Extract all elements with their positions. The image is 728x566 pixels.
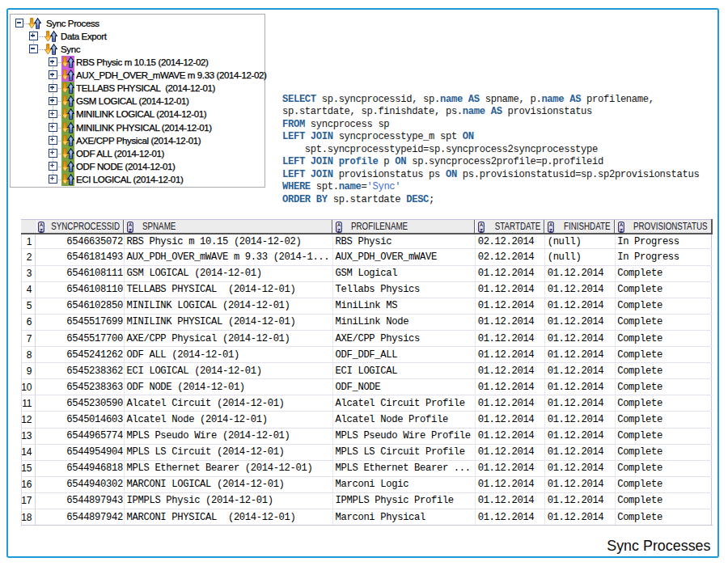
svg-text:A: A [337,222,341,227]
svg-text:A: A [40,222,43,227]
svg-text:Z: Z [129,228,133,233]
svg-text:A: A [620,222,623,227]
svg-text:Z: Z [550,228,553,233]
svg-text:A: A [480,222,483,227]
svg-text:A: A [549,222,552,227]
svg-text:Z: Z [338,228,341,233]
svg-text:Z: Z [40,228,44,233]
svg-text:Z: Z [480,228,484,233]
svg-text:Z: Z [620,228,623,233]
svg-text:A: A [129,222,132,227]
